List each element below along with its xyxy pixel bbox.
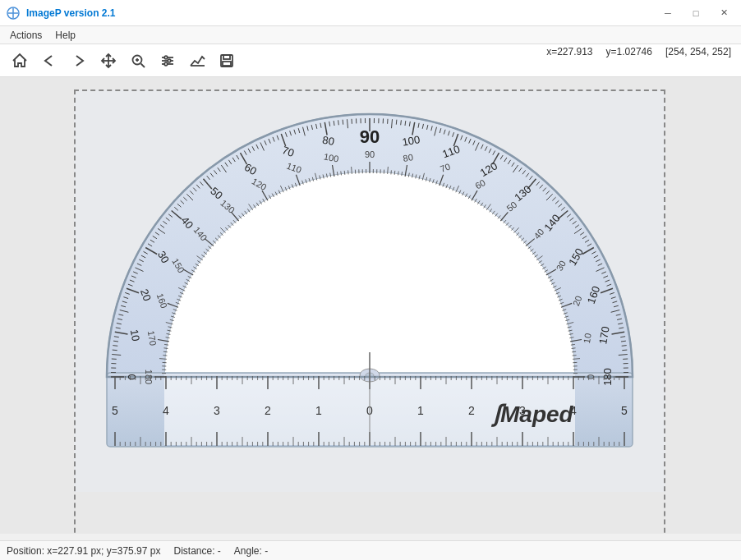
svg-text:180: 180 (601, 368, 614, 386)
svg-text:5: 5 (621, 404, 628, 417)
status-bar: Position: x=227.91 px; y=375.97 px Dista… (0, 540, 741, 560)
minimize-button[interactable]: ─ (657, 5, 679, 21)
svg-text:3: 3 (214, 404, 220, 417)
svg-text:4: 4 (570, 404, 577, 417)
title-bar: ImageP version 2.1 ─ □ ✕ (0, 0, 741, 26)
maximize-button[interactable]: □ (685, 5, 706, 21)
svg-line-217 (622, 350, 627, 351)
position-status: Position: x=227.91 px; y=375.97 px (7, 545, 160, 557)
x-coord: x=227.913 (546, 46, 592, 57)
svg-point-12 (164, 56, 168, 59)
svg-text:2: 2 (468, 404, 475, 417)
protractor-svg: ʃMaped 010203040506070809010011012013014… (82, 94, 657, 488)
svg-line-117 (338, 120, 339, 125)
canvas-area[interactable]: ʃMaped 010203040506070809010011012013014… (0, 77, 741, 534)
y-coord: y=1.02746 (606, 46, 652, 57)
protractor-image: ʃMaped 010203040506070809010011012013014… (74, 90, 665, 492)
svg-rect-18 (223, 62, 231, 66)
svg-text:5: 5 (112, 404, 118, 417)
distance-status: Distance: - (173, 545, 220, 557)
svg-text:3: 3 (519, 404, 526, 417)
svg-line-331 (391, 170, 392, 174)
svg-text:1: 1 (417, 404, 424, 417)
home-button[interactable] (7, 48, 33, 74)
zoom-button[interactable] (125, 48, 151, 74)
menu-help[interactable]: Help (48, 28, 82, 43)
svg-line-6 (141, 63, 145, 67)
save-button[interactable] (214, 48, 240, 74)
window-title: ImageP version 2.1 (26, 7, 651, 19)
svg-line-216 (622, 346, 627, 347)
svg-text:0: 0 (126, 374, 138, 379)
menu-bar: Actions Help (0, 26, 741, 44)
svg-text:10: 10 (128, 328, 142, 342)
menu-actions[interactable]: Actions (3, 28, 48, 43)
svg-point-13 (168, 59, 171, 62)
svg-line-131 (396, 120, 397, 125)
chart-button[interactable] (184, 48, 210, 74)
svg-line-118 (343, 120, 343, 125)
svg-text:10: 10 (582, 333, 593, 344)
svg-line-232 (163, 356, 167, 356)
rgb-value: [254, 254, 252] (665, 46, 731, 57)
svg-text:80: 80 (321, 134, 335, 148)
svg-text:4: 4 (163, 404, 169, 417)
back-button[interactable] (36, 48, 62, 74)
svg-rect-17 (223, 55, 230, 59)
svg-line-318 (348, 170, 349, 174)
svg-text:ʃMaped: ʃMaped (490, 402, 574, 427)
angle-status: Angle: - (234, 545, 268, 557)
svg-line-132 (401, 120, 402, 125)
close-button[interactable]: ✕ (713, 5, 734, 21)
settings-button[interactable] (154, 48, 181, 74)
pan-button[interactable] (95, 48, 122, 74)
svg-line-417 (573, 356, 577, 356)
app-icon (7, 7, 20, 20)
coordinate-display: x=227.913 y=1.02746 [254, 254, 252] (543, 44, 734, 59)
svg-point-14 (164, 62, 168, 66)
svg-text:2: 2 (265, 404, 271, 417)
svg-text:90: 90 (360, 126, 380, 147)
forward-button[interactable] (66, 48, 92, 74)
svg-text:90: 90 (365, 149, 375, 159)
svg-text:1: 1 (315, 404, 322, 417)
svg-text:80: 80 (403, 152, 414, 163)
svg-line-33 (113, 346, 117, 347)
svg-line-32 (113, 350, 117, 351)
